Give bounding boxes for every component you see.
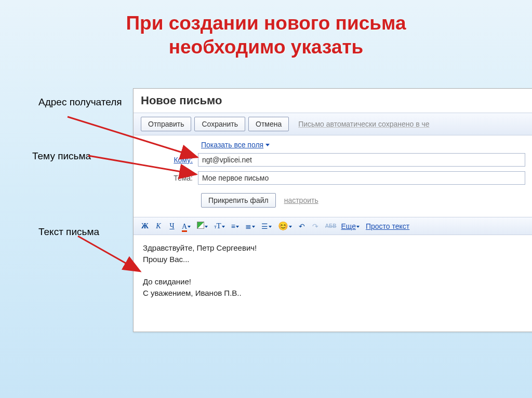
compose-window: Новое письмо Отправить Сохранить Отмена …: [133, 88, 532, 332]
list-button[interactable]: ☰: [260, 222, 273, 231]
compose-toolbar: Отправить Сохранить Отмена Письмо автома…: [134, 113, 532, 135]
fields-area: Показать все поля Кому: Тема: Прикрепить…: [134, 135, 532, 217]
chevron-down-icon: [188, 226, 191, 228]
indent-button[interactable]: ≣: [244, 222, 257, 231]
chevron-down-icon: [265, 144, 270, 146]
formatting-toolbar: Ж К Ч А тТ ≡ ≣ ☰ 😊 ↶ ↷ АБВ Еще Просто те…: [134, 217, 532, 235]
bold-button[interactable]: Ж: [140, 222, 150, 231]
font-size-button[interactable]: тТ: [212, 221, 227, 231]
label-body: Текст письма: [38, 226, 99, 238]
chevron-down-icon: [252, 226, 255, 228]
slide-title: При создании нового письма необходимо ук…: [0, 0, 532, 75]
autosave-hint: Письмо автоматически сохранено в че: [298, 120, 429, 128]
font-color-button[interactable]: А: [180, 222, 192, 231]
to-row: Кому:: [141, 153, 525, 167]
to-label: Кому:: [141, 156, 198, 164]
show-all-fields-row: Показать все поля: [201, 141, 525, 149]
redo-button[interactable]: ↷: [310, 222, 321, 231]
plain-text-link[interactable]: Просто текст: [366, 222, 409, 230]
italic-button[interactable]: К: [153, 222, 164, 231]
to-label-link[interactable]: Кому:: [174, 156, 193, 164]
label-subject: Тему письма: [32, 150, 91, 162]
underline-button[interactable]: Ч: [167, 222, 177, 231]
to-input[interactable]: [198, 153, 525, 167]
subject-label: Тема:: [141, 174, 198, 182]
highlight-button[interactable]: [195, 221, 209, 231]
chevron-down-icon: [289, 226, 292, 228]
strike-button[interactable]: АБВ: [324, 223, 338, 229]
save-button[interactable]: Сохранить: [194, 117, 245, 131]
compose-title: Новое письмо: [134, 89, 532, 113]
chevron-down-icon: [205, 226, 208, 228]
undo-button[interactable]: ↶: [297, 222, 307, 231]
chevron-down-icon: [269, 226, 272, 228]
attach-row: Прикрепить файл настроить: [201, 189, 525, 213]
send-button[interactable]: Отправить: [141, 117, 191, 131]
svg-line-5: [78, 236, 140, 271]
attach-file-button[interactable]: Прикрепить файл: [201, 193, 276, 208]
align-button[interactable]: ≡: [230, 222, 241, 231]
more-link[interactable]: Еще: [341, 222, 360, 230]
configure-link[interactable]: настроить: [284, 196, 318, 204]
subject-input[interactable]: [198, 171, 525, 185]
slide-title-line2: необходимо указать: [169, 36, 364, 58]
highlight-icon: [197, 222, 204, 229]
slide-title-line1: При создании нового письма: [126, 12, 406, 34]
show-all-fields-link[interactable]: Показать все поля: [201, 141, 263, 149]
chevron-down-icon: [222, 226, 225, 228]
chevron-down-icon: [236, 226, 239, 228]
emoji-button[interactable]: 😊: [276, 221, 294, 231]
message-body[interactable]: Здравствуйте, Петр Сергеевич! Прошу Вас.…: [134, 235, 532, 306]
subject-row: Тема:: [141, 171, 525, 185]
cancel-button[interactable]: Отмена: [248, 117, 289, 131]
chevron-down-icon: [356, 226, 360, 228]
label-recipient: Адрес получателя: [38, 97, 122, 108]
